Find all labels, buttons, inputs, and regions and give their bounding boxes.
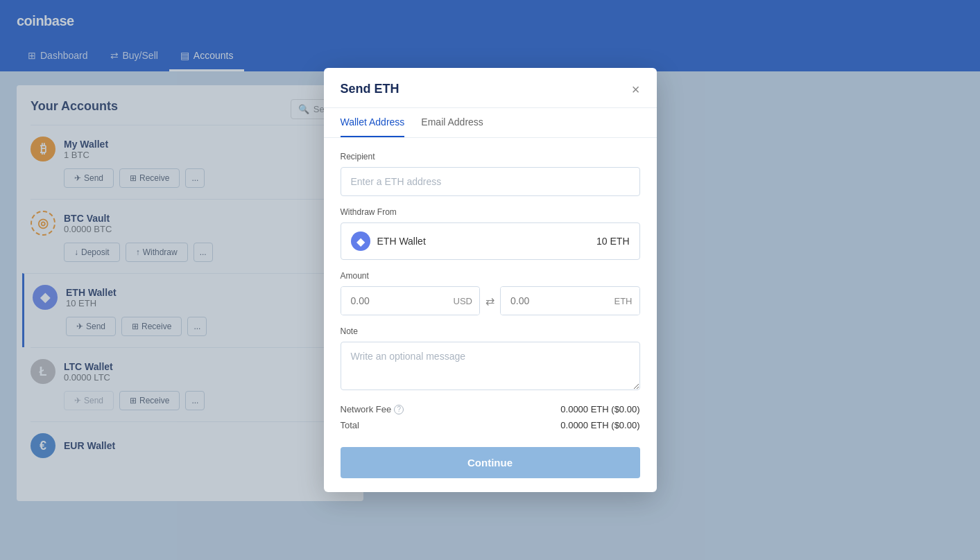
usd-amount-input[interactable] bbox=[341, 287, 447, 315]
eth-currency-label: ETH bbox=[608, 288, 639, 315]
wallet-selector-name: ETH Wallet bbox=[377, 236, 426, 247]
note-textarea[interactable] bbox=[341, 342, 640, 390]
withdraw-from-label: Withdraw From bbox=[341, 207, 640, 217]
wallet-selector-left: ◆ ETH Wallet bbox=[351, 231, 426, 251]
usd-amount-group: USD bbox=[341, 286, 481, 315]
wallet-selector-icon: ◆ bbox=[351, 231, 370, 251]
wallet-selector: ◆ ETH Wallet 10 ETH bbox=[341, 222, 640, 260]
wallet-selector-balance: 10 ETH bbox=[596, 236, 629, 247]
modal-body: Recipient Withdraw From ◆ ETH Wallet 10 … bbox=[324, 138, 657, 492]
modal-header: Send ETH × bbox=[324, 68, 657, 108]
amount-row: USD ⇄ ETH bbox=[341, 286, 640, 315]
usd-currency-label: USD bbox=[447, 288, 479, 315]
network-fee-value: 0.0000 ETH ($0.00) bbox=[560, 404, 639, 414]
tab-email-address[interactable]: Email Address bbox=[421, 108, 483, 137]
note-label: Note bbox=[341, 326, 640, 336]
amount-label: Amount bbox=[341, 271, 640, 281]
recipient-input[interactable] bbox=[341, 167, 640, 196]
total-label: Total bbox=[341, 420, 359, 430]
send-eth-modal: Send ETH × Wallet Address Email Address … bbox=[324, 68, 657, 492]
total-value: 0.0000 ETH ($0.00) bbox=[560, 420, 639, 430]
tab-wallet-address[interactable]: Wallet Address bbox=[341, 108, 405, 137]
recipient-label: Recipient bbox=[341, 152, 640, 161]
modal-title: Send ETH bbox=[341, 82, 399, 96]
modal-overlay: Send ETH × Wallet Address Email Address … bbox=[0, 0, 980, 560]
fee-help-icon[interactable]: ? bbox=[394, 405, 404, 414]
eth-amount-group: ETH bbox=[500, 286, 640, 315]
continue-button[interactable]: Continue bbox=[341, 447, 640, 478]
network-fee-row: Network Fee ? 0.0000 ETH ($0.00) bbox=[341, 404, 640, 414]
network-fee-label: Network Fee ? bbox=[341, 404, 404, 414]
total-row: Total 0.0000 ETH ($0.00) bbox=[341, 420, 640, 430]
modal-close-button[interactable]: × bbox=[632, 82, 640, 96]
eth-amount-input[interactable] bbox=[501, 287, 608, 315]
modal-tabs: Wallet Address Email Address bbox=[324, 108, 657, 138]
swap-icon[interactable]: ⇄ bbox=[485, 295, 495, 308]
